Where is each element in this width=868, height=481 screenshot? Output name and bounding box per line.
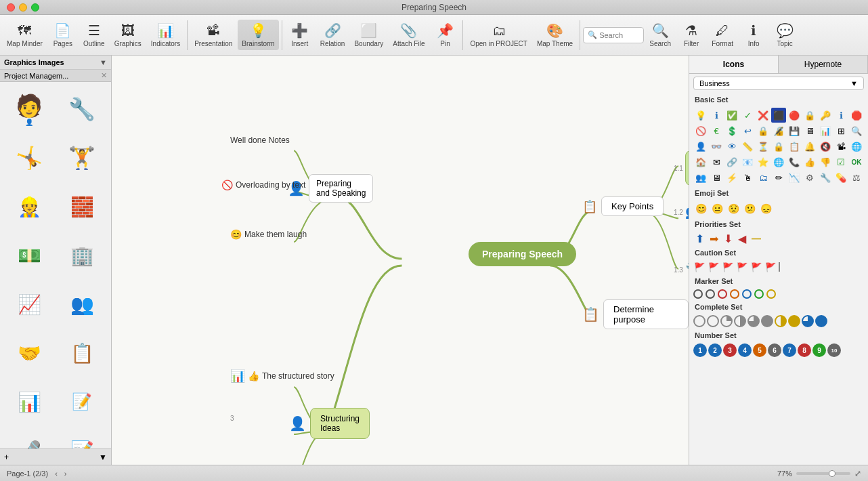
icon-chart[interactable]: 📊	[818, 123, 833, 138]
icon-ok-badge[interactable]: OK	[849, 154, 864, 169]
emoji-worried[interactable]: 😟	[726, 201, 741, 216]
key-points-node[interactable]: 📋 Key Points	[582, 196, 664, 216]
icon-music[interactable]: 🔔	[802, 139, 817, 154]
icon-screen[interactable]: 🖥	[709, 170, 724, 185]
icon-stop[interactable]: 🛑	[849, 108, 864, 123]
comp-3[interactable]	[720, 315, 733, 327]
toolbar-brainstorm[interactable]: 💡 Brainstorm	[238, 20, 278, 50]
toolbar-presentation[interactable]: 📽 Presentation	[190, 20, 236, 50]
icon-eye[interactable]: 👁	[724, 139, 739, 154]
flag-gray[interactable]: 🚩	[750, 261, 762, 273]
comp-10[interactable]	[815, 315, 827, 327]
num-7[interactable]: 7	[783, 343, 796, 357]
icon-lock[interactable]: 🔒	[802, 108, 817, 123]
icon-web[interactable]: 🌐	[771, 154, 786, 169]
priority-dash[interactable]: —	[750, 232, 762, 245]
sidebar-image-speaker[interactable]: 🎤	[4, 427, 54, 448]
sidebar-image-green-person[interactable]: 🤸	[4, 135, 54, 181]
sidebar-image-handshake[interactable]: 🤝	[4, 330, 54, 376]
flag-blue[interactable]: 🚩	[736, 261, 748, 273]
num-6[interactable]: 6	[768, 343, 781, 357]
toolbar-open-project[interactable]: 🗂 Open in PROJECT	[466, 20, 531, 50]
icon-thumbdown[interactable]: 👎	[818, 154, 833, 169]
emoji-sad[interactable]: 😕	[742, 201, 757, 216]
nav-next[interactable]: ›	[64, 469, 67, 478]
emoji-happy[interactable]: 😊	[693, 201, 708, 216]
toolbar-format[interactable]: 🖊 Format	[708, 20, 737, 50]
comp-7[interactable]	[775, 315, 787, 327]
comp-6[interactable]	[761, 315, 773, 327]
icon-cursor[interactable]: 🖱	[740, 170, 755, 185]
icon-person[interactable]: 👤	[693, 139, 708, 154]
note-structured-story[interactable]: 📊 👍 The structured story	[230, 369, 334, 383]
icon-circle-dark[interactable]: ⬛	[771, 108, 786, 123]
toolbar-insert[interactable]: ➕ Insert	[285, 20, 315, 50]
icon-checkmark[interactable]: ✓	[740, 108, 755, 123]
priority-down[interactable]: ⬇	[722, 232, 734, 245]
icon-check-circle[interactable]: ✅	[724, 108, 739, 123]
sidebar-add-icon[interactable]: +	[4, 453, 9, 462]
icon-globe[interactable]: 🌐	[849, 139, 864, 154]
icon-key[interactable]: 🔑	[818, 108, 833, 123]
zoom-expand-icon[interactable]: ⤢	[854, 469, 861, 478]
sidebar-image-red-carry[interactable]: 🏋	[57, 135, 107, 181]
flag-red[interactable]: 🚩	[708, 261, 720, 273]
toolbar-relation[interactable]: 🔗 Relation	[316, 20, 349, 50]
icon-star[interactable]: ⭐	[756, 154, 771, 169]
icon-ruler[interactable]: 📏	[740, 139, 755, 154]
toolbar-pin[interactable]: 📌 Pin	[430, 20, 460, 50]
icon-lockkey[interactable]: 🔏	[771, 123, 786, 138]
sidebar-image-blue-pushing[interactable]: 👷	[4, 184, 54, 230]
toolbar-info[interactable]: ℹ Info	[739, 20, 768, 50]
marker-empty-2[interactable]	[706, 289, 715, 299]
marker-empty-yellow[interactable]	[766, 289, 776, 299]
icon-dollar[interactable]: 💲	[724, 123, 739, 138]
toolbar-boundary[interactable]: ⬜ Boundary	[350, 20, 387, 50]
sidebar-image-presentation[interactable]: 📋	[57, 330, 107, 376]
tab-icons[interactable]: Icons	[689, 56, 779, 73]
icon-folder-grid[interactable]: 🗂	[756, 170, 771, 185]
icon-x-circle[interactable]: ❌	[756, 108, 771, 123]
sidebar-image-report[interactable]: 📝	[57, 379, 107, 425]
toolbar-pages[interactable]: 📄 Pages	[48, 20, 78, 50]
icon-at[interactable]: 📧	[740, 154, 755, 169]
icon-hourglass[interactable]: ⏳	[756, 139, 771, 154]
panel-category-dropdown[interactable]: Business ▼	[693, 77, 864, 90]
branch-structuring[interactable]: 👤 Structuring Ideas	[289, 408, 370, 439]
icon-no[interactable]: 🔴	[787, 108, 802, 123]
comp-9[interactable]	[802, 315, 814, 327]
mindmap-canvas[interactable]: Preparing Speech 👤 Preparing and Speakin…	[112, 56, 689, 465]
icon-save[interactable]: 💾	[787, 123, 802, 138]
icon-chart-down[interactable]: 📉	[787, 170, 802, 185]
sidebar-image-red-tools[interactable]: 🔧	[57, 86, 107, 132]
flag-green[interactable]: 🚩	[693, 261, 706, 273]
icon-info[interactable]: ℹ	[709, 108, 724, 123]
icon-glasses[interactable]: 👓	[709, 139, 724, 154]
comp-4[interactable]	[734, 315, 746, 327]
marker-empty-red[interactable]	[718, 289, 727, 299]
search-input[interactable]	[599, 31, 640, 39]
icon-clipboard[interactable]: 📋	[787, 139, 802, 154]
node-12[interactable]: 1.2 👥 Attractive presentat...	[674, 203, 689, 222]
comp-2[interactable]	[707, 315, 719, 327]
note-overloading[interactable]: 🚫 Overloading by text	[221, 180, 305, 190]
icon-lock2[interactable]: 🔒	[756, 123, 771, 138]
emoji-neutral[interactable]: 😐	[710, 201, 724, 216]
flag-yellow[interactable]: 🚩	[764, 261, 777, 273]
zoom-thumb[interactable]	[829, 470, 836, 477]
icon-mail[interactable]: ✉	[709, 154, 724, 169]
sidebar-image-todo[interactable]: 📝	[57, 427, 107, 448]
priority-left[interactable]: ◀	[736, 232, 748, 245]
sidebar-image-chart-person[interactable]: 📈	[4, 281, 54, 327]
note-laugh[interactable]: 😊 Make them laugh	[230, 229, 307, 240]
sidebar-scroll-down[interactable]: ▼	[99, 453, 107, 462]
zoom-slider[interactable]	[796, 472, 850, 475]
priority-right[interactable]: ➡	[708, 232, 720, 245]
icon-lightning[interactable]: ⚡	[724, 170, 739, 185]
icon-mute[interactable]: 🔇	[818, 139, 833, 154]
num-9[interactable]: 9	[812, 343, 826, 357]
toolbar-search-box[interactable]: 🔍	[583, 27, 644, 43]
num-2[interactable]: 2	[708, 343, 722, 357]
sidebar-image-like-chart[interactable]: 📊	[4, 379, 54, 425]
icon-people[interactable]: 👥	[693, 170, 708, 185]
